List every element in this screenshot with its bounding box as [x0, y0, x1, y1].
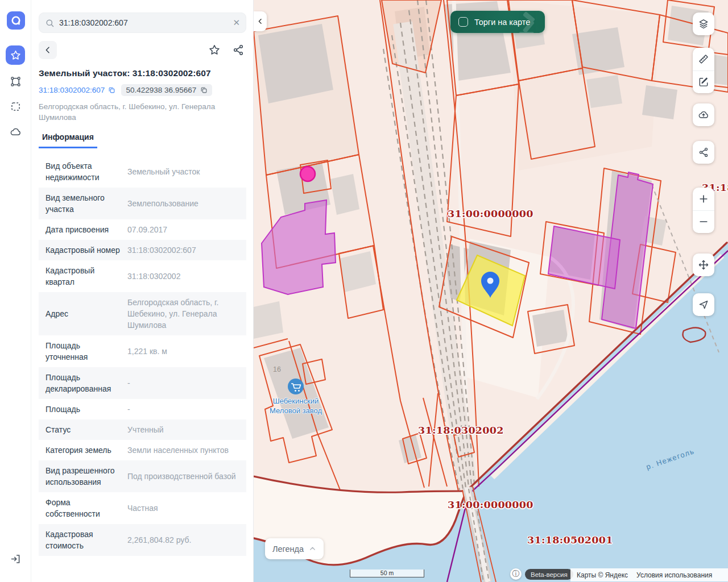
table-row: Площадь декларированная-	[39, 367, 246, 399]
exit-button[interactable]	[6, 549, 25, 568]
minus-icon	[698, 216, 709, 227]
dashed-square-icon	[10, 101, 22, 113]
tab-information[interactable]: Информация	[39, 132, 97, 148]
upload-button[interactable]	[693, 103, 714, 126]
cadastral-number-text[interactable]: 31:18:0302002:607	[39, 86, 105, 94]
zoom-controls	[693, 188, 714, 233]
navigation-arrow-icon	[698, 299, 709, 310]
map-canvas[interactable]	[254, 0, 728, 582]
draw-button[interactable]	[693, 70, 714, 93]
favorite-button[interactable]	[206, 42, 222, 58]
back-button[interactable]	[39, 41, 57, 59]
cloud-icon	[10, 126, 22, 138]
sidebar-item-favorites[interactable]	[6, 45, 25, 65]
scale-bar: 50 m	[350, 569, 424, 577]
plus-icon	[698, 193, 709, 205]
coordinates-text: 50.422938 36.95667	[126, 86, 196, 94]
table-row: Площадь-	[39, 399, 246, 419]
info-button[interactable]: ⓘ	[510, 568, 522, 580]
trades-checkbox[interactable]	[458, 17, 468, 27]
page-title: Земельный участок: 31:18:0302002:607	[39, 68, 246, 78]
map-view[interactable]: 31:00:0000000 31:18:0302002 31:00:000000…	[254, 0, 728, 582]
cadastral-quarter-label: 31:00:0000000	[448, 208, 533, 219]
cadastral-quarter-label: 31:18:0302002	[418, 425, 504, 436]
search-icon	[45, 18, 55, 28]
ruler-icon	[698, 53, 709, 65]
pink-circle-marker[interactable]	[300, 167, 315, 181]
zoom-out-button[interactable]	[693, 210, 714, 233]
move-icon	[698, 259, 709, 271]
share-map-button[interactable]	[693, 141, 714, 164]
legend-label: Легенда	[272, 544, 304, 554]
trades-on-map-toggle[interactable]: Торги на карте	[450, 11, 545, 33]
table-row: Кадастровый номер31:18:0302002:607	[39, 240, 246, 260]
details-panel: ✕ Земельный участок: 31:18:0302002:607 3…	[31, 0, 254, 582]
vector-square-icon	[10, 76, 22, 88]
building-number: 16	[273, 365, 281, 373]
search-input[interactable]	[59, 18, 228, 27]
locate-me-button[interactable]	[693, 293, 714, 316]
table-row: Вид объекта недвижимостиЗемельный участо…	[39, 156, 246, 188]
beta-badge: Beta-версия	[525, 569, 573, 580]
left-icon-rail	[0, 0, 31, 582]
sidebar-item-cloud[interactable]	[6, 122, 25, 142]
layers-icon	[698, 18, 709, 30]
search-bar[interactable]: ✕	[39, 13, 246, 33]
share-icon	[232, 44, 245, 56]
coordinates-chip[interactable]: 50.422938 36.95667	[121, 84, 212, 96]
copy-icon[interactable]	[200, 86, 208, 94]
star-outline-icon	[208, 44, 221, 56]
pan-button[interactable]	[693, 253, 714, 276]
table-row: Дата присвоения07.09.2017	[39, 219, 246, 240]
legend-button[interactable]: Легенда	[265, 538, 324, 559]
share-button[interactable]	[230, 42, 246, 58]
table-row: Вид разрешенного использованияПод произв…	[39, 460, 246, 492]
table-row: СтатусУчтенный	[39, 419, 246, 440]
id-chips-row: 31:18:0302002:607 50.422938 36.95667	[39, 84, 246, 96]
table-row: Кадастровая стоимость2,261,804.82 руб.	[39, 524, 246, 556]
ruler-button[interactable]	[693, 48, 714, 70]
panel-toolbar	[39, 41, 246, 59]
app-logo[interactable]	[7, 11, 25, 30]
table-row: Форма собственностиЧастная	[39, 492, 246, 524]
maps-copyright[interactable]: Карты © Яндекс	[577, 571, 628, 579]
chevron-left-icon	[43, 45, 52, 55]
gavel-icon	[514, 11, 544, 33]
table-row: Категория земельЗемли населенных пунктов	[39, 440, 246, 460]
app-window: ✕ Земельный участок: 31:18:0302002:607 3…	[0, 0, 728, 582]
exit-icon	[10, 553, 22, 565]
star-icon	[10, 49, 22, 61]
table-row: АдресБелгородская область, г. Шебекино, …	[39, 292, 246, 335]
edit-icon	[698, 76, 709, 88]
sidebar-item-vector-select[interactable]	[6, 72, 25, 91]
copy-icon[interactable]	[108, 86, 115, 94]
collapse-panel-button[interactable]	[254, 11, 267, 31]
chevron-up-icon	[309, 545, 316, 552]
table-row: Вид земельного участкаЗемлепользование	[39, 188, 246, 219]
cadastral-number-link[interactable]: 31:18:0302002:607	[39, 86, 115, 94]
info-table: Вид объекта недвижимостиЗемельный участо…	[39, 156, 246, 556]
map-attribution: Карты © Яндекс Условия использования	[570, 568, 728, 581]
poi-marker[interactable]	[288, 379, 304, 394]
sidebar-item-select-area[interactable]	[6, 97, 25, 116]
share-icon	[698, 147, 709, 158]
terms-of-use-link[interactable]: Условия использования	[636, 571, 712, 579]
cadastral-quarter-label: 31:00:0000000	[448, 499, 533, 510]
poi-label: Шебекинский Меловой завод	[258, 396, 333, 415]
table-row: Площадь уточненная1,221 кв. м	[39, 335, 246, 367]
address-text: Белгородская область, г. Шебекино, ул. Г…	[39, 101, 226, 123]
logo-icon	[10, 15, 22, 26]
measure-edit-group	[693, 48, 714, 93]
table-row: Кадастровый квартал31:18:0302002	[39, 260, 246, 292]
cloud-upload-icon	[698, 109, 709, 120]
layers-button[interactable]	[693, 13, 714, 35]
chevron-left-icon	[257, 18, 264, 25]
zoom-in-button[interactable]	[693, 188, 714, 210]
clear-search-icon[interactable]: ✕	[233, 18, 240, 28]
cadastral-quarter-label: 31:18:0502001	[527, 534, 613, 546]
